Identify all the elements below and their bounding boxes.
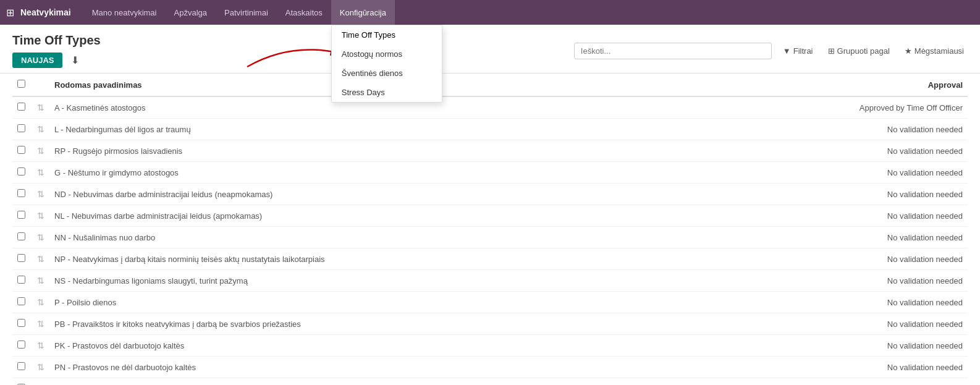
row-checkbox[interactable] xyxy=(17,189,25,197)
row-checkbox[interactable] xyxy=(17,276,25,284)
row-checkbox-cell xyxy=(12,378,32,386)
drag-handle-icon: ⇅ xyxy=(37,211,44,221)
new-button[interactable]: NAUJAS xyxy=(12,53,62,68)
table-row: ⇅ ND - Nebuvimas darbe administracijai l… xyxy=(12,184,968,205)
row-checkbox[interactable] xyxy=(17,254,25,262)
table-body: ⇅ A - Kasmetinės atostogos Approved by T… xyxy=(12,96,968,385)
row-name-cell[interactable]: PN - Prastovos ne dėl darbuotojo kaltės xyxy=(49,357,819,378)
row-checkbox-cell xyxy=(12,357,32,378)
dropdown-item-stressdays[interactable]: Stress Days xyxy=(332,83,442,102)
drag-handle-icon: ⇅ xyxy=(37,146,44,156)
header-drag-col xyxy=(32,74,49,96)
row-name-cell[interactable]: L - Nedarbingumas dėl ligos ar traumų xyxy=(49,119,819,140)
row-name-cell[interactable]: G - Nėštumo ir gimdymo atostogos xyxy=(49,162,819,184)
row-checkbox[interactable] xyxy=(17,297,25,305)
row-drag-cell[interactable]: ⇅ xyxy=(32,378,49,386)
page-header: Time Off Types NAUJAS ⬇ ▼ Filtrai ⊞ Grup… xyxy=(0,25,980,74)
select-all-checkbox[interactable] xyxy=(17,80,25,88)
row-name-cell[interactable]: NP - Neatvykimas į darbą kitais norminių… xyxy=(49,248,819,270)
table-row: ⇅ NP - Neatvykimas į darbą kitais normin… xyxy=(12,248,968,270)
table-row: ⇅ PN2 - Prastovos ne dėl darbuotojo kalt… xyxy=(12,378,968,386)
row-approval-cell: No validation needed xyxy=(819,270,968,292)
row-checkbox[interactable] xyxy=(17,362,25,370)
row-checkbox[interactable] xyxy=(17,146,25,154)
drag-handle-icon: ⇅ xyxy=(37,189,44,199)
row-checkbox[interactable] xyxy=(17,211,25,219)
row-checkbox-cell xyxy=(12,140,32,162)
row-name-cell[interactable]: P - Poilsio dienos xyxy=(49,292,819,313)
row-approval-cell: No validation needed xyxy=(819,119,968,140)
dropdown-item-timeofftypes[interactable]: Time Off Types xyxy=(332,25,442,44)
row-drag-cell[interactable]: ⇅ xyxy=(32,357,49,378)
megstamiausi-button[interactable]: ★ Mėgstamiausi xyxy=(901,44,968,58)
table-row: ⇅ NL - Nebuvimas darbe administracijai l… xyxy=(12,205,968,227)
app-title: Neatvykimai xyxy=(20,7,71,17)
row-name-cell[interactable]: PB - Pravaikštos ir kitoks neatvykimas į… xyxy=(49,313,819,335)
row-checkbox-cell xyxy=(12,184,32,205)
row-drag-cell[interactable]: ⇅ xyxy=(32,248,49,270)
row-checkbox[interactable] xyxy=(17,232,25,240)
header-right: ▼ Filtrai ⊞ Grupuoti pagal ★ Mėgstamiaus… xyxy=(574,43,968,59)
row-name-cell[interactable]: ND - Nebuvimas darbe administracijai lei… xyxy=(49,184,819,205)
row-checkbox-cell xyxy=(12,227,32,248)
row-drag-cell[interactable]: ⇅ xyxy=(32,162,49,184)
row-name-cell[interactable]: PK - Prastovos dėl darbuotojo kaltės xyxy=(49,335,819,357)
drag-handle-icon: ⇅ xyxy=(37,232,44,242)
row-drag-cell[interactable]: ⇅ xyxy=(32,205,49,227)
row-checkbox[interactable] xyxy=(17,341,25,349)
app-grid-icon[interactable]: ⊞ xyxy=(6,7,14,19)
row-drag-cell[interactable]: ⇅ xyxy=(32,184,49,205)
star-icon: ★ xyxy=(905,46,912,56)
table-row: ⇅ G - Nėštumo ir gimdymo atostogos No va… xyxy=(12,162,968,184)
row-approval-cell: No validation needed xyxy=(819,335,968,357)
nav-item-konfiguracija[interactable]: Konfigūracija Time Off Types Atostogų no… xyxy=(331,0,395,25)
row-name-cell[interactable]: RP - Rugsėjo pirmosios laisvadienis xyxy=(49,140,819,162)
row-checkbox-cell xyxy=(12,248,32,270)
table-row: ⇅ NS - Nedarbingumas ligoniams slaugyti,… xyxy=(12,270,968,292)
row-checkbox[interactable] xyxy=(17,124,25,132)
nav-item-mano[interactable]: Mano neatvykimai xyxy=(83,0,166,25)
nav-item-patvirtinimai[interactable]: Patvirtinimai xyxy=(216,0,277,25)
row-checkbox[interactable] xyxy=(17,167,25,176)
dropdown-item-atostogu[interactable]: Atostogų normos xyxy=(332,44,442,64)
header-left: Time Off Types NAUJAS ⬇ xyxy=(12,33,101,68)
table-row: ⇅ PB - Pravaikštos ir kitoks neatvykimas… xyxy=(12,313,968,335)
row-drag-cell[interactable]: ⇅ xyxy=(32,270,49,292)
table-header-row: Rodomas pavadinimas Approval xyxy=(12,74,968,96)
row-checkbox-cell xyxy=(12,270,32,292)
row-drag-cell[interactable]: ⇅ xyxy=(32,140,49,162)
row-checkbox[interactable] xyxy=(17,319,25,327)
drag-handle-icon: ⇅ xyxy=(37,297,44,307)
top-navigation: ⊞ Neatvykimai Mano neatvykimai Apžvalga … xyxy=(0,0,980,25)
row-checkbox-cell xyxy=(12,205,32,227)
drag-handle-icon: ⇅ xyxy=(37,341,44,350)
dropdown-item-sventines[interactable]: Šventinės dienos xyxy=(332,64,442,83)
row-approval-cell: No validation needed xyxy=(819,378,968,386)
nav-item-apzvalga[interactable]: Apžvalga xyxy=(166,0,216,25)
row-name-cell[interactable]: NN - Nušalinimas nuo darbo xyxy=(49,227,819,248)
filter-icon: ▼ xyxy=(783,46,791,56)
row-approval-cell: No validation needed xyxy=(819,205,968,227)
header-checkbox-col xyxy=(12,74,32,96)
row-checkbox-cell xyxy=(12,162,32,184)
table-row: ⇅ NN - Nušalinimas nuo darbo No validati… xyxy=(12,227,968,248)
drag-handle-icon: ⇅ xyxy=(37,167,44,177)
search-input[interactable] xyxy=(574,43,772,59)
filtrai-button[interactable]: ▼ Filtrai xyxy=(779,44,817,58)
row-name-cell[interactable]: NS - Nedarbingumas ligoniams slaugyti, t… xyxy=(49,270,819,292)
row-checkbox-cell xyxy=(12,335,32,357)
grupuoti-button[interactable]: ⊞ Grupuoti pagal xyxy=(824,44,893,58)
row-checkbox[interactable] xyxy=(17,103,25,111)
download-button[interactable]: ⬇ xyxy=(67,53,83,68)
row-drag-cell[interactable]: ⇅ xyxy=(32,313,49,335)
row-approval-cell: No validation needed xyxy=(819,248,968,270)
row-drag-cell[interactable]: ⇅ xyxy=(32,292,49,313)
row-checkbox-cell xyxy=(12,313,32,335)
row-name-cell[interactable]: NL - Nebuvimas darbe administracijai lei… xyxy=(49,205,819,227)
row-name-cell[interactable]: PN2 - Prastovos ne dėl darbuotojo kaltės… xyxy=(49,378,819,386)
row-drag-cell[interactable]: ⇅ xyxy=(32,227,49,248)
nav-item-ataskaitos[interactable]: Ataskaitos xyxy=(277,0,331,25)
row-drag-cell[interactable]: ⇅ xyxy=(32,119,49,140)
row-drag-cell[interactable]: ⇅ xyxy=(32,96,49,119)
row-drag-cell[interactable]: ⇅ xyxy=(32,335,49,357)
